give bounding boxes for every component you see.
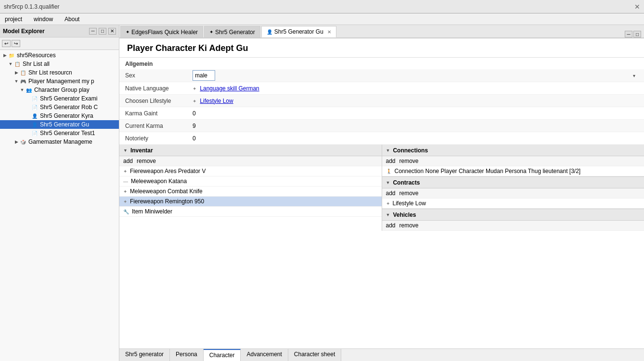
- tree-toggle-playermgmt[interactable]: ▼: [13, 79, 19, 84]
- inventar-item-fw1[interactable]: ✦ Fiereweapon Ares Predator V: [119, 166, 382, 176]
- tree-label-shr5robc: Shr5 Generator Rob C: [40, 104, 98, 111]
- tree-toggle-chargroup[interactable]: ▼: [19, 87, 25, 92]
- tab-min-button[interactable]: ─: [625, 31, 632, 37]
- tree-toggle-gamemastermgmt[interactable]: ▶: [13, 139, 19, 144]
- gen-icon-kyra: 👤: [31, 112, 39, 119]
- sex-label: Sex: [125, 72, 193, 79]
- title-bar: shr5rcp 0.1.3.qualifier ✕: [0, 0, 644, 13]
- tree-item-shr5robc[interactable]: 📄 Shr5 Generator Rob C: [0, 103, 119, 112]
- connections-toolbar: add remove: [382, 156, 644, 166]
- sidebar-max-button[interactable]: □: [99, 28, 106, 35]
- native-lang-link[interactable]: Language skill German: [200, 85, 259, 92]
- menu-window[interactable]: window: [31, 15, 56, 24]
- lifestyle-value: ✦ Lifestyle Low: [193, 98, 638, 104]
- connections-panel: ▼ Connections add remove 🚶 Connection: [382, 145, 644, 177]
- bottom-tab-shr5gen[interactable]: Shr5 generator: [119, 349, 170, 361]
- bottom-tab-persona[interactable]: Persona: [170, 349, 204, 361]
- tab-icon-shr5gen: ✦: [209, 29, 213, 35]
- sex-field-row: Sex male female other: [119, 69, 644, 82]
- menu-about[interactable]: About: [62, 15, 82, 24]
- lifestyle-label: Choosen Lifestyle: [125, 98, 193, 104]
- contracts-collapse-icon[interactable]: ▼: [386, 180, 390, 185]
- folder-icon: 📁: [8, 52, 15, 59]
- tree-item-shr5test1[interactable]: 📄 Shr5 Generator Test1: [0, 129, 119, 137]
- list2-icon: 📋: [19, 69, 27, 76]
- sex-select[interactable]: male female other: [193, 70, 215, 81]
- connections-header-label: Connections: [393, 147, 428, 154]
- tree-item-shr5kyra[interactable]: 👤 Shr5 Generator Kyra: [0, 112, 119, 120]
- sidebar-min-button[interactable]: ─: [89, 28, 97, 35]
- native-lang-field-row: Native Language ✦ Language skill German: [119, 82, 644, 95]
- tab-shr5gengu[interactable]: 👤 Shr5 Generator Gu ✕: [261, 26, 336, 37]
- tree-toggle-shrlistall[interactable]: ▼: [8, 62, 13, 66]
- lifestyle-field-row: Choosen Lifestyle ✦ Lifestyle Low: [119, 95, 644, 107]
- sidebar-close-button[interactable]: ✕: [108, 28, 116, 35]
- tree-item-chargroup[interactable]: ▼ 👥 Character Group play: [0, 86, 119, 94]
- vehicles-section-header: ▼ Vehicles: [382, 209, 644, 221]
- tree-item-shrlistall[interactable]: ▼ 📋 Shr List all: [0, 60, 119, 68]
- vehicles-header-label: Vehicles: [393, 212, 416, 218]
- tree-item-shr5gu[interactable]: 👤 Shr5 Generator Gu: [0, 120, 119, 129]
- tab-max-button[interactable]: □: [633, 31, 641, 37]
- inventar-collapse-icon[interactable]: ▼: [123, 148, 128, 153]
- vehicles-toolbar: add remove: [382, 221, 644, 231]
- sidebar-back-button[interactable]: ↩: [2, 40, 11, 47]
- tree-label-chargroup: Character Group play: [34, 87, 90, 93]
- item1-icon: 🔧: [123, 209, 129, 214]
- tree-item-gamemastermgmt[interactable]: ▶ 🎲 Gamemaster Manageme: [0, 137, 119, 146]
- tree-toggle-shr5resources[interactable]: ▶: [2, 53, 8, 58]
- tab-edgesflaws[interactable]: ✦ EdgesFlaws Quick Healer: [120, 26, 203, 37]
- tab-shr5gen[interactable]: ✦ Shr5 Generator: [204, 26, 260, 37]
- content-area: ✦ EdgesFlaws Quick Healer ✦ Shr5 Generat…: [119, 25, 644, 361]
- bottom-tab-charsheet[interactable]: Character sheet: [288, 349, 341, 361]
- tab-close-shr5gengu[interactable]: ✕: [327, 29, 331, 35]
- connections-remove-link[interactable]: remove: [399, 158, 419, 164]
- bottom-tab-character[interactable]: Character: [204, 349, 241, 361]
- contracts-remove-link[interactable]: remove: [399, 190, 419, 197]
- contract-item-contract1[interactable]: ✦ Lifestyle Low: [382, 199, 644, 209]
- inventar-item-mw1[interactable]: — Meleeweapon Katana: [119, 176, 382, 187]
- inventar-item-fw2[interactable]: ✦ Fiereweapon Remington 950: [119, 197, 382, 207]
- contracts-add-link[interactable]: add: [386, 190, 396, 197]
- connections-add-link[interactable]: add: [386, 158, 396, 164]
- bottom-tab-advancement[interactable]: Advancement: [241, 349, 288, 361]
- karma-gaint-value: 0: [193, 110, 638, 117]
- native-lang-label: Native Language: [125, 85, 193, 92]
- tab-label-edgesflaws: EdgesFlaws Quick Healer: [131, 29, 198, 36]
- tree-item-playermgmt[interactable]: ▼ 🎮 Player Management my p: [0, 77, 119, 86]
- vehicles-remove-link[interactable]: remove: [399, 222, 419, 229]
- notoriety-label: Notoriety: [125, 135, 193, 142]
- tree-toggle-shrlistresourcn[interactable]: ▶: [13, 70, 19, 75]
- sex-select-wrapper: male female other: [193, 70, 638, 81]
- tree-item-shr5exami[interactable]: 📄 Shr5 Generator Exami: [0, 94, 119, 103]
- sidebar-forward-button[interactable]: ↪: [12, 40, 20, 47]
- inventar-add-link[interactable]: add: [123, 158, 133, 164]
- gamemaster-icon: 🎲: [19, 138, 27, 145]
- vehicles-add-link[interactable]: add: [386, 222, 396, 229]
- tree-item-shrlistresourcn[interactable]: ▶ 📋 Shr List resourcn: [0, 68, 119, 77]
- karma-gaint-field-row: Karma Gaint 0: [119, 107, 644, 120]
- connections-collapse-icon[interactable]: ▼: [386, 148, 390, 153]
- contracts-panel: ▼ Contracts add remove ✦ Lifestyle Low: [382, 177, 644, 209]
- tree-item-shr5resources[interactable]: ▶ 📁 shr5Resources: [0, 51, 119, 60]
- current-karma-label: Current Karma: [125, 123, 193, 129]
- contract1-icon: ✦: [386, 201, 390, 206]
- title-bar-close-button[interactable]: ✕: [634, 3, 640, 11]
- inventar-remove-link[interactable]: remove: [137, 158, 156, 164]
- tab-bar: ✦ EdgesFlaws Quick Healer ✦ Shr5 Generat…: [119, 25, 644, 38]
- tree-label-shr5gu: Shr5 Generator Gu: [40, 121, 89, 128]
- inventar-item-mw2[interactable]: ✦ Meleeweapon Combat Knife: [119, 187, 382, 197]
- conn1-icon: 🚶: [386, 169, 392, 174]
- inventar-item-item1[interactable]: 🔧 Item Miniwelder: [119, 207, 382, 217]
- inventar-section-header: ▼ Inventar: [119, 145, 382, 156]
- vehicles-collapse-icon[interactable]: ▼: [386, 212, 390, 217]
- lifestyle-link[interactable]: Lifestyle Low: [200, 98, 233, 104]
- tab-label-shr5gengu: Shr5 Generator Gu: [274, 28, 323, 35]
- gen-icon-test1: 📄: [31, 130, 39, 137]
- mw1-label: Meleeweapon Katana: [131, 178, 187, 185]
- menu-project[interactable]: project: [2, 15, 25, 24]
- connection-item-conn1[interactable]: 🚶 Connection None Player Character Mudan…: [382, 166, 644, 176]
- bottom-tab-bar: Shr5 generator Persona Character Advance…: [119, 349, 644, 361]
- panels-container: ▼ Inventar add remove ✦ Fiereweapon Ares…: [119, 145, 644, 231]
- tab-bar-controls: ─ □: [625, 31, 643, 37]
